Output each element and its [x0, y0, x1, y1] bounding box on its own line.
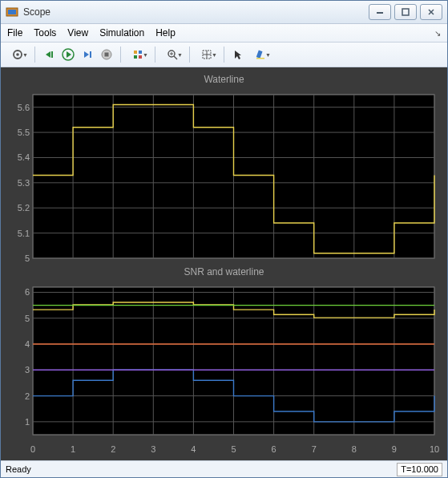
svg-rect-15	[105, 53, 109, 57]
svg-rect-29	[256, 58, 264, 59]
chart2-title: SNR and waterline	[7, 266, 441, 279]
svg-marker-11	[67, 51, 71, 58]
svg-text:6: 6	[272, 444, 276, 454]
toolbar-options-icon[interactable]: ↘	[434, 29, 441, 38]
svg-marker-27	[235, 51, 241, 59]
close-button[interactable]	[420, 4, 442, 20]
minimize-button[interactable]	[369, 4, 391, 20]
svg-marker-8	[46, 51, 50, 58]
chart-waterline[interactable]: 55.15.25.35.45.55.6	[7, 91, 441, 261]
svg-text:2: 2	[111, 444, 115, 454]
zoom-button[interactable]: ▼	[160, 46, 184, 63]
menu-simulation[interactable]: Simulation	[99, 27, 144, 38]
statusbar: Ready T=10.000	[1, 460, 447, 477]
svg-text:1: 1	[25, 417, 30, 427]
step-back-button[interactable]	[40, 46, 58, 63]
svg-text:4: 4	[25, 339, 30, 349]
svg-text:5: 5	[231, 444, 236, 454]
highlight-button[interactable]: ▼	[248, 46, 272, 63]
svg-text:5.5: 5.5	[18, 128, 30, 137]
svg-text:5.3: 5.3	[18, 178, 30, 188]
svg-rect-19	[139, 55, 142, 59]
svg-text:3: 3	[25, 365, 30, 375]
svg-text:6: 6	[25, 287, 30, 297]
chart-snr-waterline[interactable]: 123456	[7, 284, 441, 438]
svg-rect-18	[134, 55, 137, 59]
scope-window: Scope File Tools View Simulation Help ↘ …	[0, 0, 448, 478]
sim-time: T=10.000	[397, 463, 442, 476]
menu-tools[interactable]: Tools	[34, 27, 56, 38]
svg-rect-28	[256, 51, 263, 59]
svg-rect-16	[134, 51, 137, 54]
window-title: Scope	[23, 6, 365, 18]
svg-rect-9	[51, 51, 53, 58]
svg-text:5.4: 5.4	[18, 152, 30, 162]
menu-view[interactable]: View	[67, 27, 88, 38]
svg-rect-1	[8, 10, 16, 14]
svg-text:2: 2	[25, 391, 30, 401]
autoscale-button[interactable]: ▼	[195, 46, 219, 63]
svg-text:4: 4	[191, 444, 196, 454]
menu-help[interactable]: Help	[155, 27, 176, 38]
svg-text:5.1: 5.1	[18, 229, 30, 238]
step-forward-button[interactable]	[79, 46, 96, 63]
menu-file[interactable]: File	[7, 27, 22, 38]
x-axis-labels: 012345678910	[7, 443, 441, 457]
svg-text:5: 5	[25, 314, 30, 323]
svg-text:9: 9	[392, 444, 397, 454]
scope-app-icon	[6, 6, 18, 18]
svg-text:3: 3	[151, 444, 155, 454]
stop-button[interactable]	[98, 46, 115, 63]
svg-rect-3	[402, 9, 409, 15]
configure-button[interactable]: ▼	[6, 46, 30, 63]
svg-rect-2	[377, 12, 383, 14]
svg-rect-17	[139, 51, 142, 54]
cursor-button[interactable]	[229, 46, 247, 63]
menubar: File Tools View Simulation Help ↘	[1, 24, 447, 43]
toolbar: ▼ ▼ ▼ ▼ ▼	[1, 43, 447, 67]
svg-text:10: 10	[430, 444, 439, 454]
svg-rect-13	[90, 51, 91, 58]
svg-marker-12	[84, 51, 89, 58]
status-text: Ready	[6, 464, 31, 474]
chart1-title: Waterline	[7, 74, 441, 87]
svg-text:8: 8	[352, 444, 357, 454]
titlebar[interactable]: Scope	[1, 1, 447, 24]
run-button[interactable]	[59, 46, 77, 63]
svg-text:1: 1	[71, 444, 75, 454]
svg-text:5.6: 5.6	[18, 103, 30, 112]
svg-point-7	[16, 53, 19, 56]
svg-text:5.2: 5.2	[18, 203, 30, 213]
plot-area: Waterline 55.15.25.35.45.55.6 SNR and wa…	[1, 67, 447, 460]
svg-text:7: 7	[312, 444, 317, 454]
maximize-button[interactable]	[394, 4, 417, 20]
svg-text:0: 0	[30, 444, 35, 454]
triggers-button[interactable]: ▼	[126, 46, 150, 63]
svg-text:5: 5	[25, 253, 30, 261]
